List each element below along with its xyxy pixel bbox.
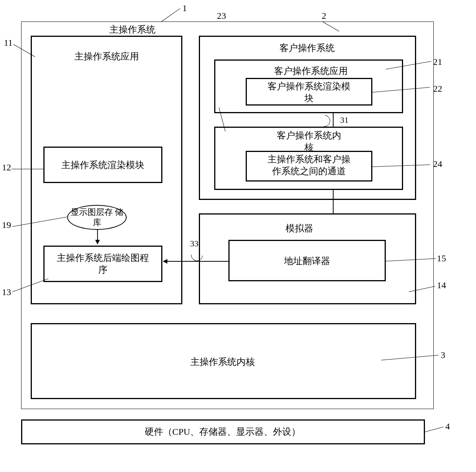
callout-13: 13 <box>2 287 11 297</box>
callout-4: 4 <box>445 421 450 432</box>
callout-31: 31 <box>340 115 349 125</box>
arrow-33-line <box>167 261 228 262</box>
callout-33: 33 <box>190 239 198 249</box>
display-layer-store: 显示图层存 储库 <box>67 205 127 230</box>
host-app-title: 主操作系统应用 <box>60 51 154 63</box>
callout-24: 24 <box>433 159 442 169</box>
callout-11: 11 <box>4 38 13 48</box>
guest-app-title: 客户操作系统应用 <box>269 65 353 77</box>
host-render-label: 主操作系统渲染模块 <box>55 159 151 171</box>
callout-19: 19 <box>2 220 11 230</box>
guest-kernel-title: 客户操作系统内 核 <box>273 130 345 153</box>
callout-line-12 <box>12 169 43 169</box>
host-backend-draw-label: 主操作系统后端绘图程 序 <box>49 252 157 276</box>
callout-12: 12 <box>2 162 11 173</box>
host-guest-channel-label: 主操作系统和客户操 作系统之间的通道 <box>255 153 363 177</box>
callout-22: 22 <box>433 84 442 94</box>
callout-14: 14 <box>437 280 446 290</box>
callout-15: 15 <box>437 253 446 264</box>
guest-render-label: 客户操作系统渲染模 块 <box>255 81 363 104</box>
host-os-title: 主操作系统 <box>100 24 165 36</box>
emulator-title: 模拟器 <box>280 223 319 234</box>
callout-line-4 <box>425 427 444 432</box>
arrow-ellipse-to-backend <box>97 230 98 241</box>
callout-3: 3 <box>441 350 445 360</box>
callout-23: 23 <box>217 11 226 21</box>
callout-2: 2 <box>322 11 326 21</box>
callout-1: 1 <box>182 3 187 13</box>
callout-21: 21 <box>433 57 442 67</box>
display-layer-store-label: 显示图层存 储库 <box>68 207 126 228</box>
arrow-ellipse-to-backend-head <box>95 240 100 244</box>
arrow-33-head <box>163 259 167 264</box>
guest-os-title: 客户操作系统 <box>269 42 345 54</box>
callout-line-1 <box>161 8 180 22</box>
hardware-label: 硬件（CPU、存储器、显示器、外设） <box>134 426 311 438</box>
host-kernel-label: 主操作系统内核 <box>177 356 269 368</box>
addr-translator-label: 地址翻译器 <box>267 255 347 267</box>
